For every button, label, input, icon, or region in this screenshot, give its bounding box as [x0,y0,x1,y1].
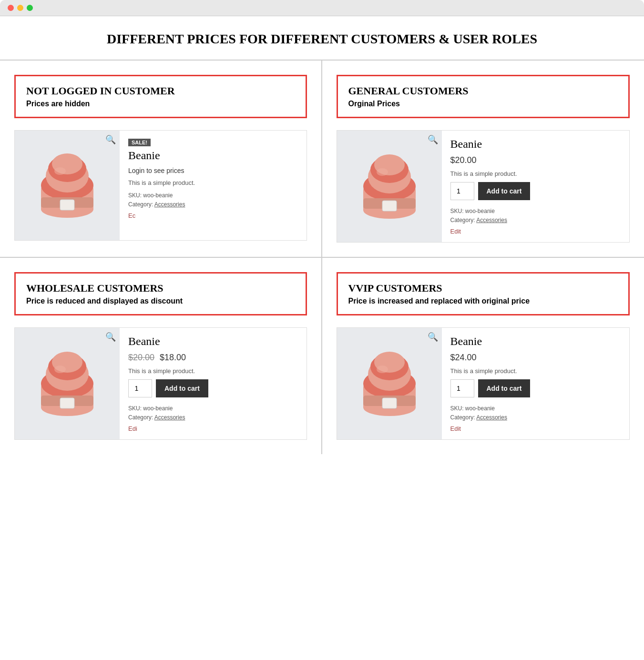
category-link-1[interactable]: Accessories [154,201,185,208]
product-image-area-2: 🔍 [337,131,442,242]
vvip-sub-label: Price is increased and replaced with ori… [348,297,618,305]
product-image-area-4: 🔍 [337,328,442,439]
not-logged-in-main-label: NOT LOGGED IN CUSTOMER [26,85,295,97]
category-link-4[interactable]: Accessories [476,414,507,421]
svg-point-35 [377,366,388,373]
maximize-button-dot[interactable] [27,5,33,11]
product-card-not-logged-in: 🔍 [14,130,307,241]
svg-rect-16 [382,201,397,211]
product-meta-3: SKU: woo-beanie Category: Accessories [128,404,298,422]
label-box-not-logged-in: NOT LOGGED IN CUSTOMER Prices are hidden [14,75,307,118]
sku-4: SKU: woo-beanie [450,404,621,413]
product-meta-1: SKU: woo-beanie Category: Accessories [128,191,298,209]
zoom-icon-1[interactable]: 🔍 [105,134,116,145]
sku-3: SKU: woo-beanie [128,404,298,413]
vvip-main-label: VVIP CUSTOMERS [348,282,618,294]
category-3: Category: Accessories [128,413,298,422]
sku-1: SKU: woo-beanie [128,191,298,200]
product-desc-1: This is a simple product. [128,179,298,186]
product-meta-4: SKU: woo-beanie Category: Accessories [450,404,621,422]
product-desc-3: This is a simple product. [128,367,298,375]
qty-input-2[interactable] [450,182,474,200]
wholesale-main-label: WHOLESALE CUSTOMERS [26,282,295,294]
price-area-1: Login to see prices [128,167,298,174]
product-details-1: SALE! Beanie Login to see prices This is… [120,131,307,240]
add-to-cart-row-3: Add to cart [128,379,298,397]
product-name-4: Beanie [450,335,621,348]
category-link-2[interactable]: Accessories [476,217,507,223]
price-original-2: $20.00 [450,155,621,165]
product-details-2: Beanie $20.00 This is a simple product. … [442,131,630,242]
svg-rect-7 [60,200,74,210]
svg-rect-34 [382,398,397,408]
wholesale-sub-label: Price is reduced and displayed as discou… [26,297,295,305]
zoom-icon-4[interactable]: 🔍 [428,332,438,342]
category-1: Category: Accessories [128,200,298,209]
add-to-cart-button-4[interactable]: Add to cart [478,379,531,397]
add-to-cart-row-4: Add to cart [450,379,621,397]
beanie-image-4 [358,348,420,419]
general-main-label: GENERAL CUSTOMERS [348,85,618,97]
add-to-cart-button-2[interactable]: Add to cart [478,182,531,200]
new-price-3: $18.00 [160,353,186,362]
label-box-general: GENERAL CUSTOMERS Orginal Prices [337,75,630,118]
price-area-2: $20.00 [450,155,621,165]
category-4: Category: Accessories [450,413,621,422]
product-image-area-1: 🔍 [15,131,120,240]
price-sale-3: $20.00 $18.00 [128,353,298,363]
old-price-3: $20.00 [128,353,154,362]
page-title: DIFFERENT PRICES FOR DIFFERENT CUSTOMERS… [0,16,644,61]
label-box-vvip: VVIP CUSTOMERS Price is increased and re… [337,272,630,315]
sale-badge-1: SALE! [128,139,151,146]
quadrant-not-logged-in: NOT LOGGED IN CUSTOMER Prices are hidden… [0,61,322,258]
window-chrome [0,0,644,16]
product-card-vvip: 🔍 Beanie [337,327,630,440]
price-login-text-1: Login to see prices [128,167,298,174]
svg-rect-25 [60,398,74,408]
svg-point-26 [54,366,66,373]
quadrant-general-customers: GENERAL CUSTOMERS Orginal Prices 🔍 [322,61,644,258]
quadrant-vvip: VVIP CUSTOMERS Price is increased and re… [322,258,644,454]
product-desc-4: This is a simple product. [450,367,621,375]
label-box-wholesale: WHOLESALE CUSTOMERS Price is reduced and… [14,272,307,315]
beanie-image-3 [36,348,98,419]
product-name-3: Beanie [128,335,298,348]
product-name-1: Beanie [128,149,298,162]
product-name-2: Beanie [450,138,621,151]
sku-2: SKU: woo-beanie [450,207,621,216]
quadrant-wholesale: WHOLESALE CUSTOMERS Price is reduced and… [0,258,322,454]
beanie-image-1 [36,150,98,221]
product-image-area-3: 🔍 [15,328,120,439]
main-container: DIFFERENT PRICES FOR DIFFERENT CUSTOMERS… [0,16,644,454]
zoom-icon-2[interactable]: 🔍 [428,134,438,145]
category-link-3[interactable]: Accessories [154,414,185,421]
close-button-dot[interactable] [8,5,14,11]
product-details-3: Beanie $20.00 $18.00 This is a simple pr… [120,328,307,439]
edit-link-1[interactable]: Ec [128,212,298,219]
quadrant-grid: NOT LOGGED IN CUSTOMER Prices are hidden… [0,61,644,454]
product-meta-2: SKU: woo-beanie Category: Accessories [450,207,621,225]
zoom-icon-3[interactable]: 🔍 [105,332,116,342]
category-2: Category: Accessories [450,216,621,225]
qty-input-4[interactable] [450,379,474,397]
not-logged-in-sub-label: Prices are hidden [26,100,295,108]
edit-link-3[interactable]: Edi [128,425,298,432]
product-card-wholesale: 🔍 Beanie [14,327,307,440]
edit-link-2[interactable]: Edit [450,228,621,235]
price-original-4: $24.00 [450,353,621,363]
qty-input-3[interactable] [128,379,152,397]
svg-point-17 [377,168,388,176]
minimize-button-dot[interactable] [17,5,23,11]
product-desc-2: This is a simple product. [450,170,621,177]
general-sub-label: Orginal Prices [348,100,618,108]
add-to-cart-button-3[interactable]: Add to cart [156,379,208,397]
edit-link-4[interactable]: Edit [450,425,621,432]
price-area-3: $20.00 $18.00 [128,353,298,363]
price-area-4: $24.00 [450,353,621,363]
product-card-general: 🔍 Beanie [337,130,630,243]
beanie-image-2 [358,151,420,222]
add-to-cart-row-2: Add to cart [450,182,621,200]
svg-point-8 [54,167,66,175]
product-details-4: Beanie $24.00 This is a simple product. … [442,328,630,439]
